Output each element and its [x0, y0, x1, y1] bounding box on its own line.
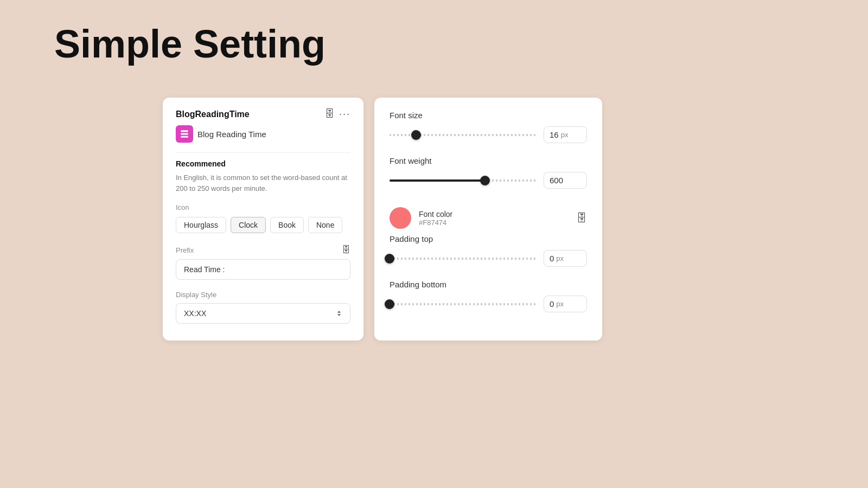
padding-bottom-row: Padding bottom 0 px	[390, 280, 587, 312]
font-weight-value-box: 600	[544, 172, 587, 189]
font-size-value-box: 16 px	[544, 126, 587, 143]
plugin-icon	[176, 125, 193, 143]
padding-top-thumb[interactable]	[385, 254, 394, 264]
panel-header: BlogReadingTime 🗄 ···	[176, 108, 350, 120]
recommended-desc: In English, it is common to set the word…	[176, 172, 350, 194]
padding-top-track[interactable]	[390, 258, 536, 260]
padding-bottom-thumb[interactable]	[385, 299, 394, 309]
font-weight-value: 600	[550, 176, 563, 185]
font-size-label: Font size	[390, 111, 587, 120]
icon-btn-clock[interactable]: Clock	[231, 217, 266, 233]
padding-top-slider-row: 0 px	[390, 250, 587, 267]
padding-top-unit: px	[556, 254, 564, 262]
right-panel: Font size 16 px Font weight 600	[374, 98, 602, 341]
font-color-swatch[interactable]	[390, 207, 411, 229]
recommended-label: Recommened	[176, 159, 350, 168]
font-weight-thumb[interactable]	[480, 176, 490, 185]
font-weight-track[interactable]	[390, 179, 536, 182]
svg-rect-2	[181, 136, 188, 138]
padding-bottom-value-box: 0 px	[544, 296, 587, 312]
font-color-left: Font color #F87474	[390, 207, 452, 229]
padding-bottom-label: Padding bottom	[390, 280, 587, 289]
plugin-name: Blog Reading Time	[197, 130, 266, 139]
prefix-db-icon[interactable]: 🗄	[342, 245, 350, 255]
icon-btn-book[interactable]: Book	[270, 217, 304, 233]
padding-bottom-value: 0	[550, 299, 554, 309]
display-style-label: Display Style	[176, 291, 350, 299]
icon-btn-none[interactable]: None	[308, 217, 342, 233]
page-title: Simple Setting	[54, 22, 326, 66]
padding-bottom-slider-row: 0 px	[390, 296, 587, 312]
left-panel: BlogReadingTime 🗄 ··· Blog Reading Time …	[163, 98, 363, 341]
svg-rect-0	[181, 130, 188, 132]
font-size-value: 16	[550, 130, 559, 139]
prefix-row: Prefix 🗄	[176, 245, 350, 255]
font-size-row: Font size 16 px	[390, 111, 587, 143]
font-color-db-icon[interactable]: 🗄	[576, 212, 587, 224]
more-icon[interactable]: ···	[339, 108, 350, 120]
font-size-unit: px	[561, 131, 569, 139]
panel-header-icons: 🗄 ···	[325, 108, 350, 120]
font-color-title: Font color	[419, 210, 452, 219]
font-weight-row: Font weight 600	[390, 156, 587, 189]
font-color-row: Font color #F87474 🗄	[390, 202, 587, 234]
padding-top-row: Padding top 0 px	[390, 234, 587, 267]
icon-btn-hourglass[interactable]: Hourglass	[176, 217, 226, 233]
prefix-label: Prefix	[176, 246, 194, 254]
svg-rect-1	[181, 133, 188, 135]
font-size-thumb[interactable]	[411, 130, 421, 140]
db-icon[interactable]: 🗄	[325, 108, 335, 120]
font-color-info: Font color #F87474	[419, 210, 452, 227]
font-weight-fill	[390, 179, 485, 182]
padding-bottom-unit: px	[556, 300, 564, 308]
font-weight-label: Font weight	[390, 156, 587, 165]
padding-top-label: Padding top	[390, 234, 587, 243]
padding-top-value: 0	[550, 254, 554, 263]
font-color-hex: #F87474	[419, 219, 452, 227]
panel-title: BlogReadingTime	[176, 110, 250, 119]
plugin-row: Blog Reading Time	[176, 125, 350, 143]
icon-section-label: Icon	[176, 203, 350, 211]
font-size-slider-row: 16 px	[390, 126, 587, 143]
padding-top-value-box: 0 px	[544, 250, 587, 267]
padding-bottom-track[interactable]	[390, 303, 536, 305]
divider-1	[176, 152, 350, 153]
icon-buttons: Hourglass Clock Book None	[176, 217, 350, 233]
panels-container: BlogReadingTime 🗄 ··· Blog Reading Time …	[163, 98, 602, 341]
font-size-track[interactable]	[390, 134, 536, 136]
display-style-select[interactable]: XX:XX HH:MM	[176, 303, 350, 324]
font-weight-slider-row: 600	[390, 172, 587, 189]
prefix-input[interactable]	[176, 259, 350, 280]
